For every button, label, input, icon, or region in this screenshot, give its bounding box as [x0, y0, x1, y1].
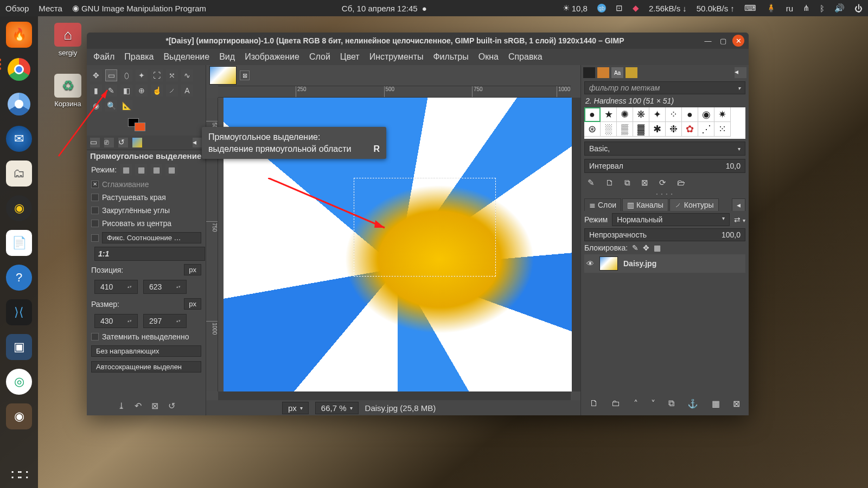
layer-opacity[interactable]: Непрозрачность100,0: [584, 228, 745, 241]
opt-darken[interactable]: Затемнить невыделенно: [87, 330, 206, 343]
dock-tab-menu[interactable]: ◂: [193, 138, 202, 147]
tab-fonts[interactable]: Aa: [611, 67, 623, 78]
weather-indicator[interactable]: ☀ 10,8: [563, 3, 588, 13]
places-menu[interactable]: Места: [39, 4, 62, 13]
opt-rounded[interactable]: Закруглённые углы: [87, 204, 206, 217]
brush-refresh-icon[interactable]: ⟳: [659, 178, 666, 188]
tool-eraser[interactable]: ◧: [120, 85, 132, 97]
brush-filter-input[interactable]: фильтр по меткам▾: [584, 81, 745, 94]
position-unit[interactable]: px: [184, 264, 201, 275]
tab-patterns[interactable]: [597, 67, 609, 78]
tool-path[interactable]: ⟋: [166, 85, 178, 97]
layers-tab-menu[interactable]: ◂: [732, 198, 745, 211]
tab-brushes[interactable]: [583, 67, 595, 78]
tool-free-select[interactable]: ⬯: [120, 69, 132, 81]
lang-indicator[interactable]: ru: [786, 4, 793, 13]
dock-writer[interactable]: 📄: [6, 230, 32, 256]
desktop-home-folder[interactable]: ⌂ sergiy: [46, 23, 90, 57]
window-titlebar[interactable]: *[Daisy] (импортировано)-1.0 (Цвета RGB …: [87, 33, 749, 49]
tray-icon-cube[interactable]: ◆: [633, 3, 639, 13]
lock-alpha-icon[interactable]: ▦: [654, 243, 661, 252]
menu-select[interactable]: Выделение: [163, 52, 209, 62]
dock-chromium[interactable]: [6, 91, 32, 117]
qbittorrent-tray-icon[interactable]: qb: [597, 4, 606, 12]
dock-gimp[interactable]: ◉: [6, 403, 32, 429]
undo-icon[interactable]: ↶: [135, 401, 142, 411]
window-close-button[interactable]: ✕: [732, 35, 744, 47]
menu-file[interactable]: Файл: [93, 52, 114, 62]
dock-virtualbox[interactable]: ▣: [6, 334, 32, 360]
scrollbar-vertical[interactable]: [572, 98, 580, 391]
layer-mode-combo[interactable]: Нормальный▾: [612, 213, 730, 226]
brush-grid[interactable]: ●★✺❋✦⁘●◉✷ ⊛░▒▓✱❉✿⋰⁙: [584, 107, 745, 139]
keyboard-icon[interactable]: ⌨: [744, 3, 756, 13]
pos-x-input[interactable]: 410▴▾: [94, 280, 138, 294]
fixed-checkbox[interactable]: [91, 234, 99, 242]
tool-warp[interactable]: ∿: [181, 69, 193, 81]
dock-vscode[interactable]: ⟩⟨: [6, 299, 32, 325]
rounded-checkbox[interactable]: [91, 207, 99, 214]
mode-intersect[interactable]: ▦: [165, 164, 177, 176]
opt-antialias[interactable]: Сглаживание: [87, 178, 206, 191]
menu-view[interactable]: Вид: [219, 52, 235, 62]
opt-fixed[interactable]: Фикс. Соотношение …: [87, 230, 206, 246]
menu-tools[interactable]: Инструменты: [369, 52, 424, 62]
save-preset-icon[interactable]: ⤓: [118, 401, 125, 411]
size-w-input[interactable]: 430▴▾: [94, 314, 138, 328]
guides-combo[interactable]: Без направляющих: [91, 345, 201, 357]
opt-from-center[interactable]: Рисовать из центра: [87, 217, 206, 230]
volume-icon[interactable]: 🔊: [834, 3, 845, 13]
pane-drag-handle[interactable]: • • • •: [581, 191, 749, 196]
mode-subtract[interactable]: ▦: [150, 164, 162, 176]
accessibility-icon[interactable]: 🧍: [766, 3, 776, 13]
layer-mask-icon[interactable]: ▦: [712, 399, 720, 409]
brush-new-icon[interactable]: 🗋: [605, 178, 614, 188]
overview-button[interactable]: Обзор: [5, 4, 29, 13]
brush-dup-icon[interactable]: ⧉: [624, 178, 630, 188]
bluetooth-icon[interactable]: ᛒ: [820, 4, 825, 13]
size-h-input[interactable]: 297▴▾: [143, 314, 187, 328]
darken-checkbox[interactable]: [91, 333, 99, 341]
clock[interactable]: Сб, 10 апреля 12:45 ●: [342, 4, 427, 13]
tab-layers[interactable]: ≣ Слои: [584, 198, 621, 211]
mode-replace[interactable]: ▦: [120, 164, 132, 176]
lock-pixels-icon[interactable]: ✎: [632, 243, 639, 252]
dock-help[interactable]: ?: [6, 265, 32, 291]
layer-anchor-icon[interactable]: ⚓: [687, 399, 698, 409]
delete-preset-icon[interactable]: ⊠: [151, 401, 158, 411]
dock-thunderbird[interactable]: ✉: [6, 126, 32, 152]
menu-windows[interactable]: Окна: [478, 52, 499, 62]
tab-channels[interactable]: ▥ Каналы: [622, 198, 668, 211]
active-app-indicator[interactable]: ◉ GNU Image Manipulation Program: [72, 3, 206, 13]
power-icon[interactable]: ⏻: [854, 4, 863, 13]
tab-paths[interactable]: ⟋ Контуры: [669, 198, 719, 211]
mode-add[interactable]: ▦: [135, 164, 147, 176]
image-tab-daisy[interactable]: [209, 66, 237, 85]
menu-filters[interactable]: Фильтры: [433, 52, 468, 62]
tool-move[interactable]: ✥: [90, 69, 102, 81]
lock-position-icon[interactable]: ✥: [643, 243, 649, 252]
antialias-checkbox[interactable]: [91, 181, 99, 188]
dock-chrome[interactable]: [6, 56, 32, 82]
background-color[interactable]: [135, 123, 145, 131]
scrollbar-horizontal[interactable]: [218, 391, 571, 400]
brush-spacing[interactable]: Интервал10,0: [584, 159, 745, 173]
opt-feather[interactable]: Растушевать края: [87, 191, 206, 204]
layer-group-icon[interactable]: 🗀: [611, 399, 620, 409]
pos-y-input[interactable]: 623▴▾: [143, 280, 187, 294]
layer-up-icon[interactable]: ˄: [634, 399, 638, 409]
size-unit[interactable]: px: [184, 298, 201, 310]
tray-icon-1[interactable]: ⊡: [616, 3, 623, 13]
tool-measure[interactable]: 📐: [120, 100, 132, 112]
dock-app-green[interactable]: ◎: [6, 369, 32, 395]
dock-firefox[interactable]: 🔥: [6, 22, 32, 48]
brush-del-icon[interactable]: ⊠: [641, 178, 648, 188]
from-center-checkbox[interactable]: [91, 220, 99, 227]
dock-tab-undo[interactable]: ↺: [118, 138, 128, 147]
brush-open-icon[interactable]: 🗁: [677, 178, 685, 188]
layer-down-icon[interactable]: ˅: [651, 399, 655, 409]
menu-help[interactable]: Справка: [508, 52, 542, 62]
brush-edit-icon[interactable]: ✎: [588, 178, 595, 188]
status-zoom-combo[interactable]: 66,7 %▾: [315, 402, 359, 414]
tool-clone[interactable]: ⊕: [136, 85, 148, 97]
